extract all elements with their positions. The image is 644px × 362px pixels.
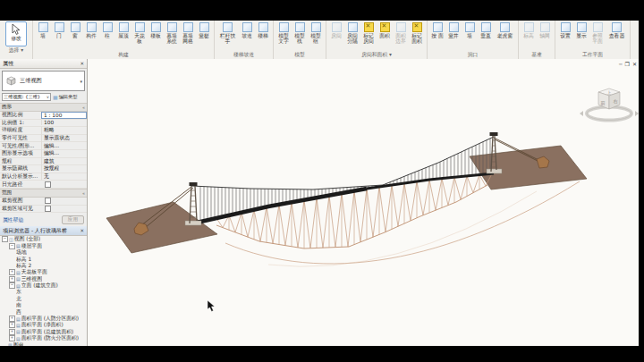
edit-type-button[interactable]: ▦ 编辑类型 xyxy=(53,93,85,101)
modify-label: 修改 xyxy=(11,35,21,43)
ribbon-item-icon xyxy=(524,22,534,32)
tree-item-1[interactable]: −▤楼层平面 xyxy=(0,243,87,249)
ribbon-group-label[interactable]: 工作平面 xyxy=(555,51,630,59)
ribbon-item-6-2[interactable]: 参照 平面 xyxy=(589,21,606,45)
ribbon-item-3-4[interactable]: 面积 边界 xyxy=(393,21,409,45)
properties-help-link[interactable]: 属性帮助 xyxy=(3,216,23,224)
ribbon-item-1-2[interactable]: 楼梯 xyxy=(255,21,271,38)
ribbon-item-0-7[interactable]: 楼板 xyxy=(148,21,164,38)
modify-button[interactable]: 修改 xyxy=(5,21,27,46)
ribbon-item-3-0[interactable]: 房间 xyxy=(328,21,344,38)
ribbon-group-label[interactable]: 房间和面积 ▾ xyxy=(326,51,427,59)
ribbon-item-3-3[interactable]: 面积 xyxy=(377,21,393,38)
tree-item-0[interactable]: −◫视图 (全部) xyxy=(0,236,87,242)
apply-button[interactable]: 应用 xyxy=(62,215,84,224)
tree-item-5[interactable]: +▤天花板平面 xyxy=(0,269,87,275)
tree-item-10[interactable]: 南 xyxy=(0,302,87,308)
tree-expand-icon[interactable]: + xyxy=(9,269,15,275)
ribbon-item-1-1[interactable]: 坡道 xyxy=(239,21,255,38)
ribbon-item-6-0[interactable]: 设置 xyxy=(557,21,573,38)
folder-icon: ▤ xyxy=(16,270,21,275)
ribbon-group-label[interactable]: 模型 xyxy=(274,51,326,59)
ribbon-group-select: 修改 选择 ▾ xyxy=(0,21,33,59)
ribbon-group-label[interactable]: 构建 xyxy=(33,51,214,59)
ribbon-item-2-0[interactable]: 模型 文字 xyxy=(275,21,292,45)
property-checkbox[interactable] xyxy=(45,181,51,188)
tree-collapse-icon[interactable]: − xyxy=(9,282,15,289)
property-row: 裁剪区域可见 xyxy=(0,206,87,214)
project-browser-titlebar[interactable]: 项目浏览器 - 人行玻璃吊桥 ✕ xyxy=(0,226,87,236)
tree-expand-icon[interactable]: + xyxy=(9,316,15,322)
properties-titlebar[interactable]: 属性 ✕ xyxy=(0,59,87,69)
type-selector-dropdown-icon[interactable]: ▾ xyxy=(80,79,82,84)
property-value[interactable]: 无 xyxy=(41,173,87,181)
ribbon-item-5-1[interactable]: 轴网 xyxy=(537,21,553,38)
ribbon-item-4-4[interactable]: 老虎窗 xyxy=(494,21,516,38)
ribbon-item-4-2[interactable]: 墙 xyxy=(462,21,478,38)
ribbon-item-3-1[interactable]: 房间 分隔 xyxy=(344,21,360,45)
tree-item-7[interactable]: −▤立面 (建筑立面) xyxy=(0,282,87,289)
ribbon-item-icon xyxy=(481,22,491,32)
ribbon-item-2-2[interactable]: 模型 组 xyxy=(308,21,324,45)
properties-close-icon[interactable]: ✕ xyxy=(80,61,84,66)
view-filter-combo[interactable]: 三维视图: {三维} ∨ xyxy=(2,93,51,101)
ribbon-group-label[interactable]: 楼梯坡道 xyxy=(215,51,273,59)
tree-item-9[interactable]: 北 xyxy=(0,296,87,302)
ribbon-item-label: 模型 文字 xyxy=(276,33,291,45)
ribbon-item-0-1[interactable]: 门 xyxy=(51,21,67,38)
tree-expand-icon[interactable]: + xyxy=(9,322,15,328)
ribbon-item-icon xyxy=(433,22,443,32)
ribbon-item-4-3[interactable]: 垂直 xyxy=(478,21,494,38)
ribbon-item-0-9[interactable]: 幕墙 网格 xyxy=(180,21,196,45)
property-value[interactable]: 100 xyxy=(41,120,87,125)
tree-expand-icon[interactable]: + xyxy=(9,329,15,335)
ribbon-item-icon xyxy=(151,22,161,32)
3d-view-canvas[interactable]: ─ ❐ ✕ 上 前 右 xyxy=(88,59,639,346)
tree-collapse-icon[interactable]: − xyxy=(2,236,8,242)
ribbon-item-4-0[interactable]: 按 面 xyxy=(429,21,445,38)
project-browser-close-icon[interactable]: ✕ xyxy=(80,228,84,233)
property-checkbox[interactable] xyxy=(45,198,51,204)
ribbon-group-label[interactable]: 洞口 xyxy=(428,51,518,59)
ribbon-item-icon xyxy=(332,22,342,32)
ribbon-item-icon xyxy=(71,22,80,32)
tree-item-8[interactable]: 东 xyxy=(0,289,87,295)
property-checkbox[interactable] xyxy=(45,206,51,212)
select-panel-label[interactable]: 选择 ▾ xyxy=(0,46,32,55)
ribbon-item-icon xyxy=(561,22,571,32)
ribbon-item-1-0[interactable]: 栏杆扶手 xyxy=(216,21,239,45)
ribbon-item-3-5[interactable]: 标记 面积 xyxy=(409,21,425,45)
tree-collapse-icon[interactable]: − xyxy=(9,243,15,249)
bridge-deck xyxy=(197,189,367,223)
ribbon-item-label: 标高 xyxy=(523,33,534,38)
ribbon-item-0-8[interactable]: 幕墙 系统 xyxy=(164,21,180,45)
property-value[interactable]: 1 : 100 xyxy=(41,112,87,120)
ribbon-item-0-6[interactable]: 天花板 xyxy=(131,21,148,45)
tree-item-3[interactable]: 标高 1 xyxy=(0,256,87,262)
ribbon-item-0-2[interactable]: 窗 xyxy=(67,21,83,38)
ribbon-item-icon xyxy=(55,22,64,32)
ribbon-item-3-2[interactable]: 标记 房间 xyxy=(360,21,377,45)
ribbon-item-6-1[interactable]: 显示 xyxy=(573,21,589,38)
ribbon-item-icon xyxy=(223,22,233,32)
ribbon-item-5-0[interactable]: 标高 xyxy=(521,21,537,38)
ribbon-item-0-3[interactable]: 构件 xyxy=(83,21,99,38)
ribbon-item-2-1[interactable]: 模型 线 xyxy=(292,21,308,45)
ribbon-item-4-1[interactable]: 竖井 xyxy=(445,21,462,38)
ribbon-item-label: 坡道 xyxy=(242,33,252,38)
tree-expand-icon[interactable]: + xyxy=(9,276,15,282)
ribbon-item-0-0[interactable]: 墙 xyxy=(35,21,51,38)
ribbon-item-label: 构件 xyxy=(86,33,97,38)
ribbon-item-0-5[interactable]: 屋顶 xyxy=(115,21,131,38)
ribbon-item-6-3[interactable]: 查看器 xyxy=(606,21,628,38)
type-selector[interactable]: 三维视图 ▾ xyxy=(2,71,85,91)
ribbon-item-0-4[interactable]: 柱 xyxy=(99,21,115,38)
ribbon-item-0-10[interactable]: 竖梃 xyxy=(196,21,212,38)
tree-item-2[interactable]: 场地 xyxy=(0,249,87,256)
ribbon-group-0: 墙门窗构件柱屋顶天花板楼板幕墙 系统幕墙 网格竖梃 构建 xyxy=(33,21,215,59)
ribbon-group-label[interactable]: 基准 xyxy=(519,51,555,59)
ribbon-item-icon xyxy=(449,22,459,32)
properties-grid: 图形«视图比例1 : 100比例值 1:100详细程度粗略零件可见性显示原状态可… xyxy=(0,103,87,213)
viewcube[interactable]: 上 前 右 xyxy=(580,88,639,121)
ribbon-item-label: 竖梃 xyxy=(199,33,209,38)
